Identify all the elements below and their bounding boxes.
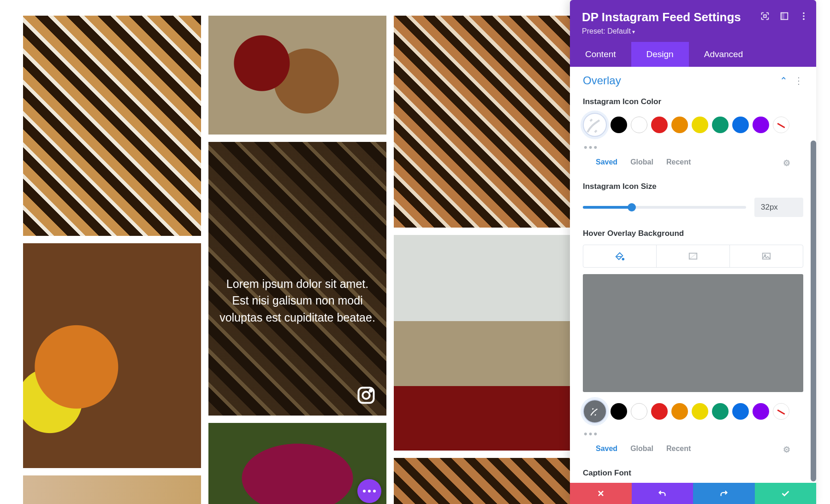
swatch-selected-eyedropper[interactable] [583, 399, 607, 423]
swatch-orange[interactable] [671, 403, 688, 420]
panel-menu-icon[interactable] [799, 11, 809, 21]
color-tab-global[interactable]: Global [630, 445, 653, 455]
swatch-blue[interactable] [732, 117, 749, 133]
bg-image-tab[interactable] [730, 245, 803, 267]
feed-image-5[interactable] [23, 243, 201, 468]
expand-icon[interactable] [760, 11, 770, 21]
swatch-yellow[interactable] [692, 403, 708, 420]
icon-color-label: Instagram Icon Color [583, 97, 803, 106]
color-tab-global[interactable]: Global [630, 158, 653, 168]
feed-image-9[interactable] [394, 458, 572, 504]
svg-rect-3 [764, 15, 766, 18]
swatch-orange[interactable] [671, 117, 688, 133]
icon-size-input[interactable]: 32px [754, 198, 803, 217]
swatch-green[interactable] [712, 117, 729, 133]
feed-image-1[interactable] [23, 16, 201, 236]
swatch-more-icon[interactable]: ••• [583, 423, 803, 440]
redo-button[interactable] [693, 483, 755, 504]
color-settings-icon[interactable]: ⚙ [783, 445, 790, 455]
snap-icon[interactable] [779, 11, 789, 21]
panel-tabs: Content Design Advanced [570, 42, 816, 67]
swatch-white[interactable] [631, 403, 647, 420]
tab-content[interactable]: Content [570, 42, 631, 67]
svg-point-9 [622, 258, 624, 260]
feed-image-6[interactable] [394, 235, 572, 451]
feed-image-7[interactable] [23, 475, 201, 504]
icon-size-label: Instagram Icon Size [583, 182, 803, 191]
svg-point-8 [803, 18, 805, 20]
color-tab-recent[interactable]: Recent [666, 158, 691, 168]
bg-color-tab[interactable] [583, 245, 657, 267]
section-menu-icon[interactable]: ⋮ [794, 75, 803, 86]
section-collapse-icon[interactable]: ⌃ [780, 75, 788, 86]
svg-point-2 [370, 390, 372, 392]
swatch-selected-transparent[interactable] [583, 113, 607, 137]
color-tab-saved[interactable]: Saved [596, 158, 617, 168]
icon-size-slider[interactable] [583, 206, 746, 209]
swatch-purple[interactable] [753, 117, 769, 133]
undo-button[interactable] [632, 483, 694, 504]
preset-dropdown[interactable]: Preset: Default [582, 27, 804, 35]
color-settings-icon[interactable]: ⚙ [783, 158, 790, 168]
feed-image-4[interactable] [394, 16, 572, 228]
panel-footer [570, 483, 816, 504]
instagram-feed-grid: Lorem ipsum dolor sit amet. Est nisi gal… [23, 16, 572, 504]
swatch-green[interactable] [712, 403, 729, 420]
caption-font-label: Caption Font [583, 469, 803, 478]
swatch-red[interactable] [651, 403, 668, 420]
feed-image-2[interactable] [208, 16, 386, 135]
bg-color-preview[interactable] [583, 274, 803, 392]
cancel-button[interactable] [570, 483, 632, 504]
bg-gradient-tab[interactable] [657, 245, 730, 267]
swatch-more-icon[interactable]: ••• [583, 137, 803, 153]
hover-bg-swatches [583, 399, 803, 423]
feed-image-3-hovered[interactable]: Lorem ipsum dolor sit amet. Est nisi gal… [208, 142, 386, 416]
swatch-yellow[interactable] [692, 117, 708, 133]
tab-advanced[interactable]: Advanced [689, 42, 759, 67]
swatch-black[interactable] [611, 403, 627, 420]
swatch-black[interactable] [611, 117, 627, 133]
swatch-white[interactable] [631, 117, 647, 133]
color-tab-recent[interactable]: Recent [666, 445, 691, 455]
swatch-none[interactable] [773, 117, 789, 133]
hover-bg-label: Hover Overlay Background [583, 229, 803, 238]
save-button[interactable] [755, 483, 817, 504]
swatch-red[interactable] [651, 117, 668, 133]
section-overlay-title[interactable]: Overlay [583, 74, 621, 87]
instagram-caption: Lorem ipsum dolor sit amet. Est nisi gal… [219, 275, 376, 326]
bg-type-tabs [583, 245, 803, 268]
panel-scrollbar[interactable] [811, 141, 816, 481]
tab-design[interactable]: Design [631, 42, 689, 67]
color-tab-saved[interactable]: Saved [596, 445, 617, 455]
icon-color-swatches [583, 113, 803, 137]
svg-point-7 [803, 15, 805, 17]
swatch-blue[interactable] [732, 403, 749, 420]
instagram-icon [356, 385, 376, 405]
module-options-fab[interactable] [357, 479, 381, 503]
settings-panel: DP Instagram Feed Settings Preset: Defau… [570, 0, 816, 504]
svg-point-1 [362, 392, 369, 399]
swatch-purple[interactable] [753, 403, 769, 420]
swatch-none[interactable] [773, 403, 789, 420]
svg-point-6 [803, 12, 805, 14]
svg-rect-5 [781, 13, 784, 20]
